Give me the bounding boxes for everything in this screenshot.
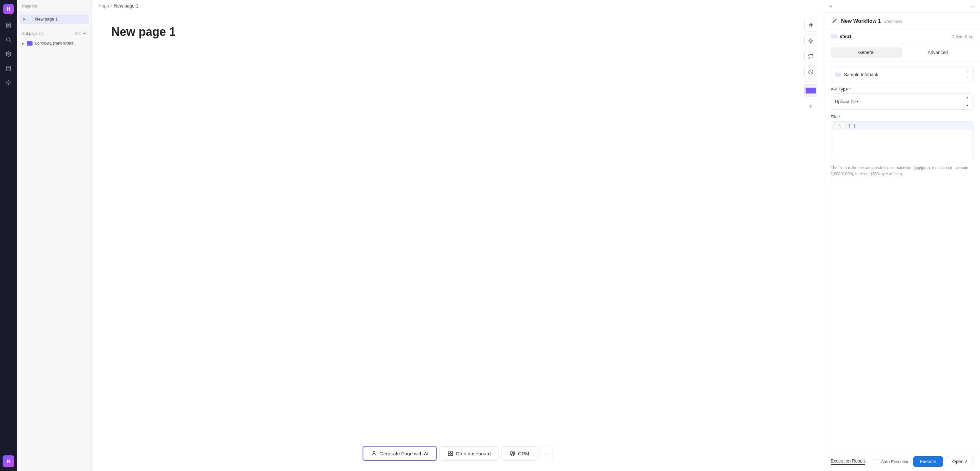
open-chevron: ∧ bbox=[965, 459, 968, 464]
subpage-item-label: workflow1 (New Workf... bbox=[35, 41, 76, 46]
main-content: Hops / New page 1 New page 1 bbox=[92, 0, 824, 471]
history-button[interactable] bbox=[804, 65, 817, 78]
subpage-item-icon bbox=[27, 42, 33, 45]
step-name: step1 bbox=[840, 34, 852, 39]
sidebar-settings-icon[interactable] bbox=[3, 48, 14, 60]
infobank-select-icon bbox=[835, 73, 842, 77]
execute-button[interactable]: Execute bbox=[913, 457, 943, 467]
subpage-section: Subpage list ABC + ▶ workflow1 (New Work… bbox=[17, 26, 91, 49]
subpage-header-actions: ABC + bbox=[74, 30, 86, 37]
collapse-button[interactable]: » bbox=[829, 3, 832, 9]
workflow-header: New Workflow 1 workflow1 bbox=[824, 13, 980, 30]
workflow-icon bbox=[830, 17, 838, 25]
panel-body: Sample Infobank ⌃⌄ API Type * Upload Fil… bbox=[824, 62, 980, 452]
delete-step-button[interactable]: Delete Step bbox=[951, 34, 974, 39]
more-button[interactable]: ··· bbox=[540, 445, 553, 461]
auto-execution-checkbox-group: Auto Execution bbox=[874, 459, 909, 464]
crm-button[interactable]: CRM bbox=[501, 446, 537, 461]
tab-general[interactable]: General bbox=[830, 47, 902, 57]
bottom-toolbar: Generate Page with AI Data dashboard CRM… bbox=[363, 445, 553, 461]
svg-point-7 bbox=[6, 66, 11, 68]
api-type-required: * bbox=[849, 87, 851, 91]
lightning-button[interactable] bbox=[804, 34, 817, 47]
sidebar-page-icon[interactable] bbox=[3, 19, 14, 31]
page-item-icon: 📄 bbox=[28, 17, 33, 21]
dashboard-icon bbox=[448, 450, 453, 457]
file-required: * bbox=[839, 114, 840, 119]
page-list-item[interactable]: ▶ 📄 New page 1 bbox=[19, 14, 89, 24]
subpage-item[interactable]: ▶ workflow1 (New Workf... bbox=[19, 39, 89, 48]
svg-rect-19 bbox=[451, 454, 453, 456]
infobank-logo bbox=[806, 88, 816, 94]
step-header: step1 Delete Step bbox=[824, 30, 980, 43]
infobank-select-value: Sample Infobank bbox=[844, 72, 963, 77]
breadcrumb-separator: / bbox=[111, 3, 112, 8]
panel-more-button[interactable]: ··· bbox=[971, 3, 975, 9]
transfer-button[interactable] bbox=[804, 50, 817, 63]
sidebar-search-icon[interactable] bbox=[3, 34, 14, 46]
svg-marker-13 bbox=[808, 38, 813, 43]
execution-result-label: Execution Result bbox=[830, 458, 865, 465]
step-info: step1 bbox=[830, 34, 852, 39]
page-list-panel: Page list ▶ 📄 New page 1 Subpage list AB… bbox=[17, 0, 92, 471]
svg-point-6 bbox=[8, 53, 10, 55]
api-type-select[interactable]: Upload File ⌃⌄ bbox=[830, 94, 974, 110]
file-editor-content: { } bbox=[844, 121, 973, 130]
api-type-value: Upload File bbox=[835, 99, 966, 104]
page-item-chevron: ▶ bbox=[24, 17, 26, 21]
file-editor[interactable]: 1 { } bbox=[830, 121, 974, 160]
right-panel-footer: Execution Result Auto Execution Execute … bbox=[824, 452, 980, 471]
generate-page-button[interactable]: Generate Page with AI bbox=[363, 446, 437, 461]
right-panel-header: » ··· bbox=[824, 0, 980, 13]
subpage-abc-icon: ABC bbox=[74, 32, 81, 35]
svg-line-12 bbox=[811, 23, 812, 27]
step-infobank-icon bbox=[830, 35, 837, 38]
api-type-field: API Type * Upload File ⌃⌄ bbox=[830, 87, 974, 110]
crm-icon bbox=[509, 450, 515, 457]
subpage-header-label: Subpage list bbox=[22, 31, 44, 36]
sidebar-database-icon[interactable] bbox=[3, 62, 14, 74]
tab-advanced[interactable]: Advanced bbox=[902, 47, 974, 57]
infobank-select[interactable]: Sample Infobank ⌃⌄ bbox=[830, 67, 974, 82]
hash-button[interactable] bbox=[804, 19, 817, 32]
file-restriction-text: The file has the following restrictions:… bbox=[830, 165, 974, 177]
sidebar-plugin-icon[interactable] bbox=[3, 77, 14, 89]
data-dashboard-button[interactable]: Data dashboard bbox=[439, 446, 499, 461]
breadcrumb-current: New page 1 bbox=[114, 3, 138, 8]
right-panel: » ··· New Workflow 1 workflow1 step1 Del… bbox=[824, 0, 980, 471]
svg-rect-16 bbox=[449, 451, 450, 453]
svg-point-4 bbox=[6, 38, 10, 42]
auto-execution-checkbox[interactable] bbox=[874, 459, 879, 464]
main-header: Hops / New page 1 bbox=[92, 0, 824, 12]
api-type-chevron: ⌃⌄ bbox=[966, 96, 969, 107]
file-label: File * bbox=[830, 114, 974, 119]
file-line-number: 1 bbox=[831, 121, 844, 130]
workflow-id: workflow1 bbox=[883, 19, 902, 24]
page-title: New page 1 bbox=[111, 25, 804, 39]
svg-line-5 bbox=[10, 41, 11, 42]
open-button[interactable]: Open ∧ bbox=[947, 456, 974, 467]
breadcrumb: Hops / New page 1 bbox=[98, 3, 138, 8]
breadcrumb-home[interactable]: Hops bbox=[98, 3, 109, 8]
app-logo[interactable]: H bbox=[3, 4, 14, 14]
infobank-button[interactable] bbox=[804, 84, 817, 97]
infobank-select-chevron: ⌃⌄ bbox=[966, 70, 969, 79]
toolbar-divider bbox=[804, 81, 817, 81]
svg-point-15 bbox=[373, 452, 375, 453]
page-title-area: New page 1 bbox=[92, 12, 824, 45]
svg-rect-17 bbox=[451, 451, 453, 453]
tabs-row: General Advanced bbox=[824, 43, 980, 62]
subpage-header: Subpage list ABC + bbox=[19, 29, 89, 38]
workflow-title: New Workflow 1 bbox=[841, 18, 881, 24]
generate-icon bbox=[371, 450, 377, 457]
app-icon[interactable]: N bbox=[3, 455, 14, 467]
subpage-chevron: ▶ bbox=[22, 42, 25, 45]
toolbar-add-button[interactable]: + bbox=[804, 100, 817, 113]
subpage-add-button[interactable]: + bbox=[83, 30, 86, 37]
svg-point-8 bbox=[8, 82, 10, 84]
file-field: File * 1 { } bbox=[830, 114, 974, 160]
page-item-label: New page 1 bbox=[35, 17, 57, 21]
right-toolbar: + bbox=[804, 19, 817, 113]
left-sidebar: H N bbox=[0, 0, 17, 471]
svg-line-11 bbox=[810, 23, 810, 27]
